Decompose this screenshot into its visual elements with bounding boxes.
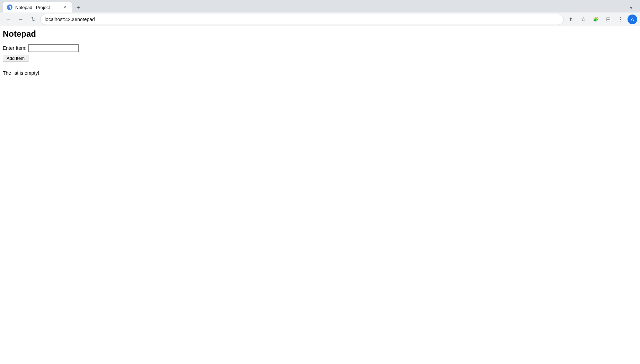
add-item-button[interactable]: Add Item [3,55,28,62]
reload-button[interactable]: ↻ [28,14,39,25]
share-button[interactable]: ⬆ [565,14,576,25]
tab-list-dropdown-button[interactable]: ▾ [626,3,636,12]
nav-right-icons: ⬆ ☆ 🧩 ⊟ ⋮ A [565,14,637,25]
enter-item-label: Enter Item: [3,45,26,51]
browser-chrome: N Notepad | Project ✕ + ▾ ← → ↻ localhos… [0,0,640,26]
tab-favicon: N [7,4,12,10]
page-content: Notepad Enter Item: Add Item The list is… [0,26,640,352]
page-title: Notepad [3,29,637,39]
empty-list-message: The list is empty! [3,70,637,76]
nav-bar: ← → ↻ localhost:4200/notepad ⬆ ☆ 🧩 ⊟ [0,12,640,26]
address-bar-url: localhost:4200/notepad [45,17,559,22]
add-item-button-row: Add Item [3,55,637,62]
new-tab-button[interactable]: + [73,3,83,12]
active-tab[interactable]: N Notepad | Project ✕ [3,2,72,12]
address-bar[interactable]: localhost:4200/notepad [40,14,564,25]
menu-button[interactable]: ⋮ [615,14,626,25]
bookmark-button[interactable]: ☆ [578,14,589,25]
tab-close-button[interactable]: ✕ [62,4,68,10]
tab-bar: N Notepad | Project ✕ + ▾ [0,0,640,12]
enter-item-input[interactable] [28,44,79,52]
extensions-button[interactable]: 🧩 [590,14,601,25]
back-button[interactable]: ← [3,14,14,25]
enter-item-form: Enter Item: [3,44,637,52]
sidebar-button[interactable]: ⊟ [603,14,614,25]
profile-avatar[interactable]: A [628,15,637,24]
forward-button[interactable]: → [15,14,26,25]
tab-title: Notepad | Project [15,5,59,10]
